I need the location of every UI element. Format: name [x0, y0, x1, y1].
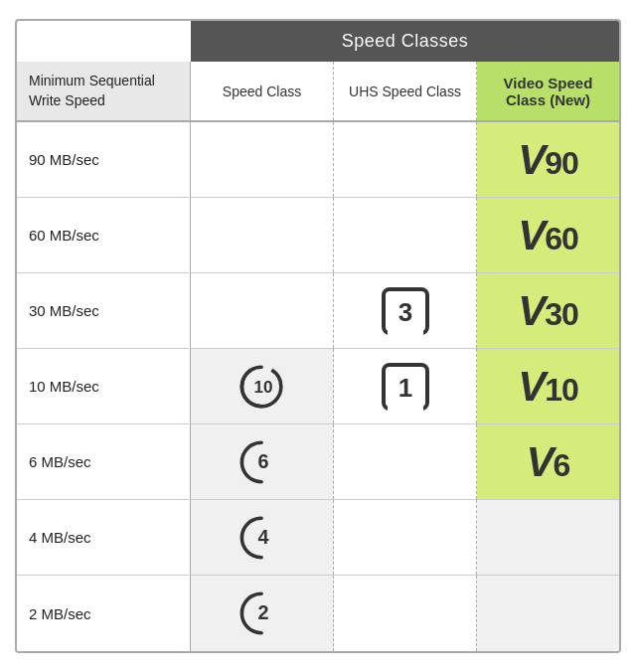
speed-label: 2 MB/sec — [17, 576, 191, 651]
speed-class-cell: 6 — [191, 424, 334, 499]
video-class-cell: V90 — [477, 122, 619, 197]
table-row: 60 MB/sec V60 — [17, 198, 619, 273]
uhs-class-cell: 3 — [334, 273, 477, 348]
table-row: 4 MB/sec 4 — [17, 500, 619, 576]
u3-symbol: 3 — [380, 285, 431, 337]
speed-class-col-header: Speed Class — [191, 62, 334, 120]
table-row: 90 MB/sec V90 — [17, 122, 619, 198]
c10-symbol: 10 — [237, 361, 288, 413]
speed-class-cell: 2 — [191, 576, 334, 651]
speed-classes-header: Speed Classes — [191, 21, 619, 62]
video-class-cell: V6 — [477, 424, 619, 499]
video-class-cell: V60 — [477, 198, 619, 272]
video-class-cell — [477, 500, 619, 575]
uhs-class-cell — [334, 500, 477, 575]
speed-label: 60 MB/sec — [17, 198, 191, 272]
table-row: 30 MB/sec 3 V30 — [17, 273, 619, 349]
table-row: 6 MB/sec 6 V6 — [17, 424, 619, 500]
video-class-col-header: Video Speed Class (New) — [477, 62, 619, 120]
speed-class-cell — [191, 122, 334, 197]
svg-text:1: 1 — [398, 373, 411, 403]
uhs-class-cell — [334, 198, 477, 272]
table-row: 2 MB/sec 2 — [17, 576, 619, 651]
speed-class-table: Speed Classes Minimum Sequential Write S… — [15, 19, 621, 653]
video-class-cell: V30 — [477, 273, 619, 348]
svg-text:10: 10 — [253, 378, 272, 397]
video-class-cell: V10 — [477, 349, 619, 423]
c6-symbol: 6 — [237, 436, 288, 488]
svg-text:2: 2 — [257, 601, 268, 623]
speed-class-cell — [191, 273, 334, 348]
uhs-class-cell — [334, 424, 477, 499]
main-header-row: Speed Classes — [17, 21, 619, 62]
svg-text:3: 3 — [398, 297, 411, 327]
video-class-cell — [477, 576, 619, 651]
speed-label: 6 MB/sec — [17, 424, 191, 499]
sub-header-row: Minimum Sequential Write Speed Speed Cla… — [17, 62, 619, 122]
uhs-class-cell: 1 — [334, 349, 477, 423]
speed-label: 30 MB/sec — [17, 273, 191, 348]
u1-symbol: 1 — [380, 361, 431, 413]
speed-class-cell: 4 — [191, 500, 334, 575]
uhs-class-col-header: UHS Speed Class — [334, 62, 477, 120]
c4-symbol: 4 — [237, 512, 288, 564]
c2-symbol: 2 — [237, 588, 288, 639]
speed-label: 10 MB/sec — [17, 349, 191, 423]
speed-label: 90 MB/sec — [17, 122, 191, 197]
speed-class-cell — [191, 198, 334, 272]
uhs-class-cell — [334, 576, 477, 651]
svg-text:4: 4 — [257, 526, 268, 548]
svg-text:6: 6 — [257, 450, 268, 472]
table-row: 10 MB/sec 10 1 V10 — [17, 349, 619, 424]
uhs-class-cell — [334, 122, 477, 197]
speed-class-cell: 10 — [191, 349, 334, 423]
header-empty-cell — [17, 21, 191, 62]
min-speed-header: Minimum Sequential Write Speed — [17, 62, 191, 120]
speed-label: 4 MB/sec — [17, 500, 191, 575]
